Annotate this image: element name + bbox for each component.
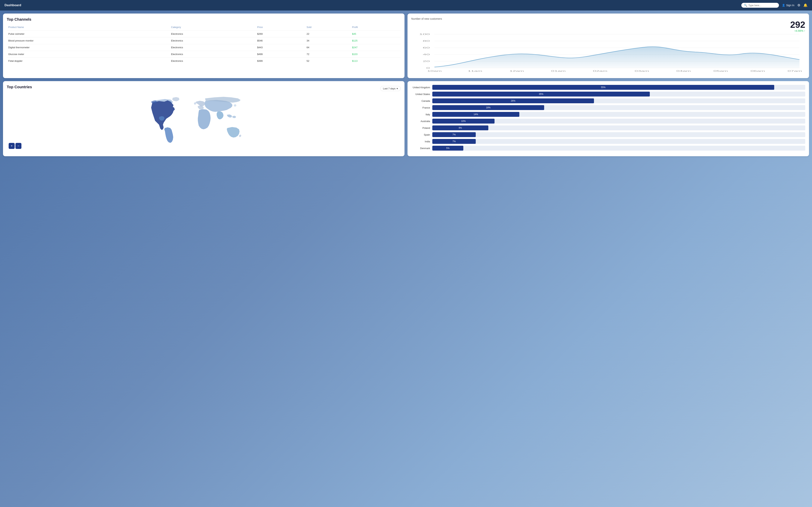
svg-text:06am: 06am — [751, 70, 765, 72]
bar-fill: 35% — [432, 92, 650, 97]
bar-fill: 14% — [432, 112, 519, 117]
chevron-down-icon: ▾ — [397, 87, 398, 90]
bar-fill: 7% — [432, 139, 476, 144]
country-name: Italy — [411, 113, 430, 116]
svg-text:20: 20 — [423, 60, 430, 62]
bar-label: 14% — [473, 113, 478, 116]
settings-button[interactable]: ⚙ — [797, 3, 800, 7]
svg-text:04am: 04am — [676, 70, 691, 72]
zoom-out-button[interactable]: − — [15, 143, 21, 149]
country-name: Denmark — [411, 147, 430, 150]
bar-track: 55% — [432, 85, 805, 90]
svg-text:60: 60 — [423, 47, 430, 49]
map-controls: + − — [9, 143, 21, 149]
product-name: Glucose meter — [7, 51, 169, 58]
header: Dashboard 🔍 👤 Sign In ⚙ 🔔 — [0, 0, 812, 10]
country-bar-row: France 18% — [411, 105, 805, 110]
bar-label: 55% — [601, 86, 605, 89]
table-row: Fetal doppler Electronics $399 52 $113 — [7, 58, 401, 64]
bar-fill: 26% — [432, 98, 594, 103]
svg-text:05am: 05am — [713, 70, 728, 72]
bell-button[interactable]: 🔔 — [803, 3, 808, 7]
header-right: 🔍 👤 Sign In ⚙ 🔔 — [741, 3, 808, 8]
top-countries-title: Top Countries — [7, 85, 32, 89]
bar-label: 26% — [511, 100, 515, 102]
product-price: $499 — [256, 51, 305, 58]
product-name: Fetal doppler — [7, 58, 169, 64]
table-row: Pulse oximeter Electronics $269 22 $45 — [7, 31, 401, 37]
svg-text:40: 40 — [423, 53, 430, 56]
product-category: Electronics — [169, 31, 256, 37]
bar-label: 10% — [461, 120, 466, 122]
col-profit: Profit — [351, 24, 401, 31]
country-name: France — [411, 106, 430, 109]
svg-text:02am: 02am — [593, 70, 607, 72]
product-price: $546 — [256, 37, 305, 44]
product-profit: $125 — [351, 37, 401, 44]
top-channels-title: Top Channels — [7, 17, 401, 21]
search-input[interactable] — [748, 4, 776, 7]
country-name: Poland — [411, 126, 430, 129]
product-category: Electronics — [169, 51, 256, 58]
product-sold: 64 — [305, 44, 351, 51]
table-row: Blood pressure monitor Electronics $546 … — [7, 37, 401, 44]
col-category: Category — [169, 24, 256, 31]
bar-label: 7% — [452, 140, 456, 143]
bar-label: 18% — [486, 106, 491, 109]
col-price: Price — [256, 24, 305, 31]
user-icon: 👤 — [782, 4, 785, 7]
svg-text:0: 0 — [426, 67, 430, 69]
country-bar-row: Australia 10% — [411, 119, 805, 123]
country-bar-row: United Kingdom 55% — [411, 85, 805, 90]
new-customers-card: Number of new customers 292 +4.66% ↑ — [407, 13, 809, 78]
bar-track: 18% — [432, 105, 805, 110]
chart-area: 100 80 60 40 20 0 10am 11am 12am 01am 02… — [411, 32, 805, 74]
bar-track: 26% — [432, 98, 805, 103]
chart-change: +4.66% ↑ — [794, 29, 805, 32]
bar-fill: 10% — [432, 119, 495, 123]
product-sold: 52 — [305, 58, 351, 64]
bar-label: 9% — [459, 126, 462, 129]
product-category: Electronics — [169, 58, 256, 64]
channels-table-container: Product Name Category Price Sold Profit … — [7, 24, 401, 64]
bar-fill: 9% — [432, 125, 488, 130]
country-name: Australia — [411, 120, 430, 123]
country-bar-row: United States 35% — [411, 92, 805, 97]
country-bar-row: Italy 14% — [411, 112, 805, 117]
bar-track: 35% — [432, 92, 805, 97]
bar-track: 9% — [432, 125, 805, 130]
channels-table: Product Name Category Price Sold Profit … — [7, 24, 401, 64]
country-bar-row: Poland 9% — [411, 125, 805, 130]
product-category: Electronics — [169, 44, 256, 51]
top-countries-card: Top Countries Last 7 days ▾ — [3, 81, 405, 156]
country-name: Spain — [411, 133, 430, 136]
svg-text:03am: 03am — [635, 70, 649, 72]
product-profit: $247 — [351, 44, 401, 51]
bar-track: 7% — [432, 132, 805, 137]
country-name: India — [411, 140, 430, 143]
main-content: Top Channels Product Name Category Price… — [0, 10, 812, 159]
product-price: $269 — [256, 31, 305, 37]
customer-count: 292 — [790, 20, 805, 29]
bar-track: 10% — [432, 119, 805, 123]
country-bars-card: United Kingdom 55% United States 35% Can… — [407, 81, 809, 156]
table-row: Glucose meter Electronics $499 72 $103 — [7, 51, 401, 58]
bar-fill: 5% — [432, 146, 463, 151]
product-name: Digital thermometer — [7, 44, 169, 51]
chart-title: Number of new customers — [411, 17, 805, 20]
date-range-dropdown[interactable]: Last 7 days ▾ — [380, 86, 401, 91]
product-sold: 22 — [305, 31, 351, 37]
col-sold: Sold — [305, 24, 351, 31]
product-profit: $103 — [351, 51, 401, 58]
svg-text:01am: 01am — [551, 70, 566, 72]
country-bar-row: Spain 7% — [411, 132, 805, 137]
bar-label: 35% — [539, 93, 543, 95]
table-header-row: Product Name Category Price Sold Profit — [7, 24, 401, 31]
svg-text:80: 80 — [423, 40, 430, 42]
search-bar[interactable]: 🔍 — [741, 3, 779, 8]
svg-text:07am: 07am — [788, 70, 802, 72]
sign-in-button[interactable]: 👤 Sign In — [782, 4, 794, 7]
zoom-in-button[interactable]: + — [9, 143, 15, 149]
bar-label: 7% — [452, 133, 456, 136]
bar-track: 5% — [432, 146, 805, 151]
